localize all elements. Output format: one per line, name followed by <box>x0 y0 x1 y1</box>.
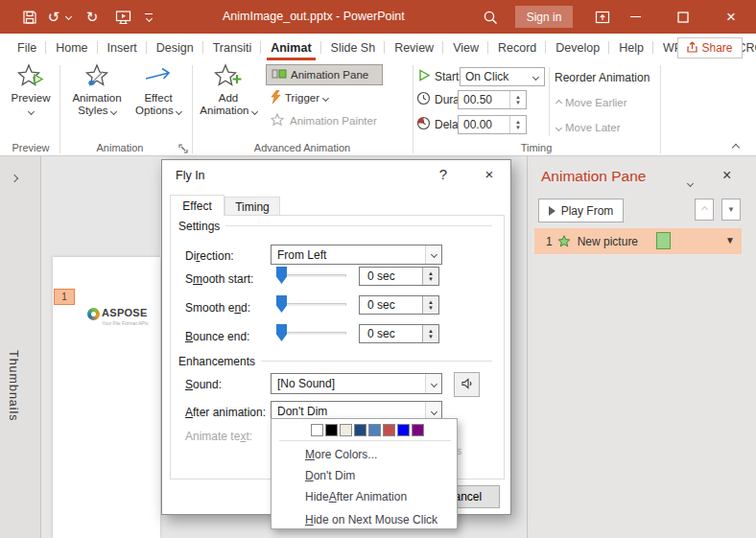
pane-menu-chevron-icon[interactable] <box>688 175 693 189</box>
color-swatch[interactable] <box>340 424 352 436</box>
group-label-animation: Animation <box>59 142 180 153</box>
item-dropdown-icon[interactable]: ▼ <box>725 235 735 246</box>
duration-input[interactable]: 00.50 ▲▼ <box>458 90 527 109</box>
sign-in-button[interactable]: Sign in <box>515 6 573 28</box>
slider-thumb[interactable] <box>276 267 287 284</box>
sound-select[interactable]: [No Sound] <box>271 373 442 394</box>
preview-star-icon <box>16 63 45 92</box>
bounce-end-input[interactable]: 0 sec ▲▼ <box>359 324 439 343</box>
play-from-button[interactable]: Play From <box>538 199 624 222</box>
color-swatch[interactable] <box>311 424 323 436</box>
share-button[interactable]: Share <box>677 37 743 58</box>
aspose-logo-tagline: Your File Format APIs <box>102 320 148 326</box>
tab-review[interactable]: Review <box>385 34 443 61</box>
effect-options-arrow-icon <box>144 63 173 92</box>
tab-help[interactable]: Help <box>609 34 653 61</box>
swatch-row <box>311 424 424 436</box>
direction-select[interactable]: From Left <box>271 245 442 265</box>
duration-clock-icon <box>416 91 431 108</box>
tab-insert[interactable]: Insert <box>98 34 147 61</box>
animation-item-label: New picture <box>578 235 638 248</box>
spinner-arrows-icon[interactable]: ▲▼ <box>422 268 438 285</box>
animation-item-row[interactable]: 1 New picture ▼ <box>534 228 742 254</box>
animation-dialog-launcher-icon[interactable] <box>178 143 188 156</box>
dialog-close-button[interactable]: × <box>475 162 504 185</box>
trigger-button[interactable]: Trigger <box>271 87 328 108</box>
pane-close-icon[interactable]: × <box>722 167 731 184</box>
aspose-swirl-icon <box>87 308 100 320</box>
add-animation-button[interactable]: Add Animation <box>198 63 259 117</box>
slider-thumb[interactable] <box>276 295 287 313</box>
search-icon[interactable] <box>478 0 503 34</box>
undo-icon[interactable]: ↺ <box>44 0 63 34</box>
smooth-start-slider[interactable] <box>276 267 348 285</box>
preview-button[interactable]: Preview <box>8 63 54 114</box>
dialog-tab-effect[interactable]: Effect <box>170 195 224 216</box>
entrance-star-icon <box>557 235 571 248</box>
color-swatch[interactable] <box>412 424 424 436</box>
delay-input[interactable]: 00.00 ▲▼ <box>458 115 527 134</box>
maximize-button[interactable] <box>670 0 697 34</box>
tab-developer[interactable]: Develop <box>546 34 609 61</box>
color-swatch[interactable] <box>397 424 410 436</box>
spinner-arrows-icon[interactable]: ▲▼ <box>509 116 526 133</box>
slider-thumb[interactable] <box>276 324 287 341</box>
thumbnails-label[interactable]: Thumbnails <box>7 350 20 422</box>
tab-file[interactable]: File <box>8 34 46 61</box>
animation-pane-toggle-button[interactable]: Animation Pane <box>266 64 383 85</box>
sound-volume-button[interactable] <box>454 372 480 397</box>
trigger-lightning-icon <box>271 90 281 105</box>
spinner-arrows-icon[interactable]: ▲▼ <box>422 325 438 342</box>
start-slideshow-icon[interactable] <box>111 0 134 34</box>
smooth-start-input[interactable]: 0 sec ▲▼ <box>359 267 439 286</box>
smooth-end-input[interactable]: 0 sec ▲▼ <box>359 295 439 315</box>
move-later-button[interactable]: Move Later <box>556 117 621 138</box>
save-icon[interactable] <box>19 0 40 34</box>
smooth-end-slider[interactable] <box>276 295 348 314</box>
redo-icon[interactable]: ↻ <box>83 0 102 34</box>
move-up-button[interactable] <box>695 199 714 221</box>
color-swatch[interactable] <box>354 424 366 436</box>
animation-item-index: 1 <box>546 235 553 248</box>
dialog-help-button[interactable]: ? <box>429 162 458 185</box>
menu-item-more-colors[interactable]: More Colors... <box>305 445 377 464</box>
color-swatch[interactable] <box>383 424 395 436</box>
effect-options-button[interactable]: Effect Options <box>130 63 186 117</box>
delay-clock-icon <box>416 116 431 133</box>
close-button[interactable]: × <box>718 0 744 34</box>
qat-overflow-icon[interactable] <box>140 0 157 34</box>
undo-dropdown-icon[interactable] <box>63 0 73 34</box>
tab-design[interactable]: Design <box>147 34 203 61</box>
minimize-button[interactable] <box>622 0 649 34</box>
speaker-icon <box>461 377 474 393</box>
color-swatch[interactable] <box>368 424 381 436</box>
slide-canvas[interactable]: 1 ASPOSE Your File Format APIs <box>53 257 160 538</box>
menu-item-hide-on-next-mouse-click[interactable]: Hide on Next Mouse Click <box>305 510 437 529</box>
spinner-arrows-icon[interactable]: ▲▼ <box>509 91 526 108</box>
move-earlier-button[interactable]: Move Earlier <box>556 92 627 113</box>
animation-painter-button[interactable]: Animation Painter <box>271 110 377 131</box>
bounce-end-slider[interactable] <box>276 324 348 342</box>
tab-record[interactable]: Record <box>488 34 546 61</box>
tab-animations[interactable]: Animat <box>261 34 320 61</box>
group-label-advanced-animation: Advanced Animation <box>192 142 413 153</box>
color-swatch[interactable] <box>325 424 338 436</box>
aspose-logo: ASPOSE Your File Format APIs <box>87 308 148 326</box>
tab-slide-show[interactable]: Slide Sh <box>321 34 386 61</box>
tab-transitions[interactable]: Transiti <box>203 34 262 61</box>
menu-item-hide-after-animation[interactable]: Hide After Animation <box>305 487 407 506</box>
tab-view[interactable]: View <box>443 34 488 61</box>
collapse-ribbon-icon[interactable] <box>733 140 739 153</box>
menu-item-dont-dim[interactable]: Don't Dim <box>305 466 355 485</box>
tab-home[interactable]: Home <box>46 34 97 61</box>
spinner-arrows-icon[interactable]: ▲▼ <box>422 296 438 314</box>
animation-styles-button[interactable]: Animation Styles <box>67 63 127 117</box>
ribbon-display-options-icon[interactable] <box>589 0 616 34</box>
start-select[interactable]: On Click <box>460 67 545 86</box>
timeline-bar[interactable] <box>656 232 671 249</box>
move-down-button[interactable]: ▼ <box>721 199 741 221</box>
expand-thumbnails-icon[interactable] <box>12 171 17 184</box>
dialog-tab-timing[interactable]: Timing <box>224 197 280 216</box>
animation-order-badge[interactable]: 1 <box>54 289 75 305</box>
aspose-logo-text: ASPOSE <box>102 308 148 318</box>
